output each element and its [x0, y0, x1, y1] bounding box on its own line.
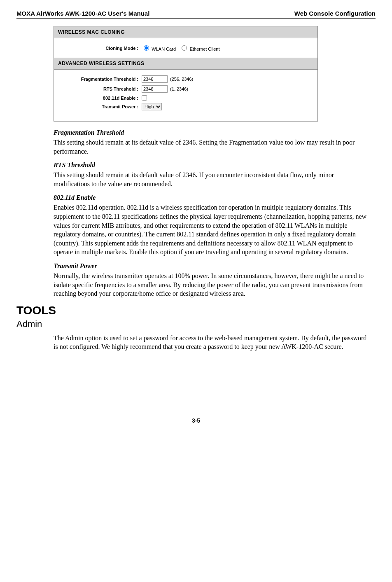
admin-content: The Admin option is used to set a passwo…: [54, 334, 367, 351]
frag-body: This setting should remain at its defaul…: [54, 138, 367, 156]
cloning-radio-ethernet-label: Ethernet Client: [190, 47, 220, 51]
80211d-heading: 802.11d Enable: [54, 194, 367, 201]
cloning-radio-ethernet[interactable]: [182, 45, 187, 51]
80211d-body: Enables 802.11d operation. 802.11d is a …: [54, 203, 367, 257]
rts-heading: RTS Threshold: [54, 161, 367, 169]
admin-body: The Admin option is used to set a passwo…: [54, 334, 367, 351]
rts-threshold-range: (1..2346): [170, 86, 188, 91]
frag-threshold-label: Fragmentation Threshold :: [62, 77, 142, 82]
tools-heading: TOOLS: [16, 304, 376, 317]
transmit-power-label: Transmit Power :: [62, 104, 142, 109]
body-content: Fragmentation Threshold This setting sho…: [54, 129, 367, 298]
80211d-enable-checkbox[interactable]: [142, 95, 147, 101]
frag-threshold-range: (256..2346): [170, 77, 193, 82]
admin-heading: Admin: [16, 319, 376, 330]
cloning-radio-wlan-label: WLAN Card: [152, 47, 176, 51]
rts-threshold-input[interactable]: [142, 85, 168, 93]
transmit-power-select[interactable]: High: [142, 103, 162, 110]
section-bar-mac-cloning: WIRELESS MAC CLONING: [54, 26, 317, 38]
cloning-mode-radio-group: WLAN Card Ethernet Client: [142, 44, 222, 52]
page-number: 3-5: [16, 417, 376, 424]
80211d-enable-label: 802.11d Enable :: [62, 96, 142, 101]
cloning-radio-wlan[interactable]: [144, 45, 149, 51]
config-screenshot: WIRELESS MAC CLONING Cloning Mode : WLAN…: [54, 26, 318, 122]
frag-threshold-input[interactable]: [142, 75, 168, 83]
page-header: MOXA AirWorks AWK-1200-AC User's Manual …: [16, 10, 376, 19]
header-right: Web Console Configuration: [294, 10, 376, 17]
section-bar-advanced: ADVANCED WIRELESS SETTINGS: [54, 58, 317, 70]
cloning-mode-label: Cloning Mode :: [62, 46, 142, 51]
tx-heading: Transmit Power: [54, 262, 367, 270]
frag-heading: Fragmentation Threshold: [54, 129, 367, 136]
rts-body: This setting should remain at its defaul…: [54, 171, 367, 188]
header-left: MOXA AirWorks AWK-1200-AC User's Manual: [16, 10, 149, 17]
tx-body: Normally, the wireless transmitter opera…: [54, 271, 367, 298]
rts-threshold-label: RTS Threshold :: [62, 86, 142, 91]
